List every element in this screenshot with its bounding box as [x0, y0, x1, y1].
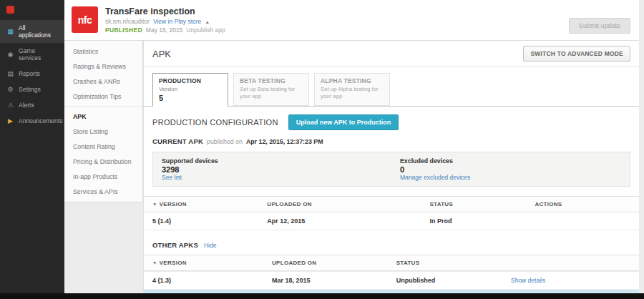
apk-channel-tabs: PRODUCTION Version 5 BETA TESTING Set up…: [144, 67, 639, 107]
app-header: nfc TransFare inspection sk.sm.nfcaudito…: [64, 0, 639, 41]
column-header-status[interactable]: STATUS: [396, 260, 511, 266]
alert-warning-icon: ⚠: [6, 102, 14, 109]
bottom-bar: [0, 293, 644, 299]
submit-update-button[interactable]: Submit update: [569, 18, 630, 34]
column-header-uploaded-on[interactable]: UPLOADED ON: [272, 260, 396, 266]
subnav-item-pricing-distribution[interactable]: Pricing & Distribution: [64, 154, 142, 169]
hide-link[interactable]: Hide: [204, 242, 216, 249]
table-header-row: ▼VERSION UPLOADED ON STATUS ACTIONS: [144, 196, 639, 212]
production-configuration-title: PRODUCTION CONFIGURATION: [152, 118, 278, 127]
apk-status: In Prod: [429, 217, 535, 225]
subnav-item-apk[interactable]: APK: [64, 109, 142, 124]
warning-icon: ▲: [205, 19, 210, 24]
app-subnav: Statistics Ratings & Reviews Crashes & A…: [64, 41, 143, 202]
published-status-badge: PUBLISHED: [105, 26, 142, 34]
subnav-item-services-apis[interactable]: Services & APIs: [64, 184, 142, 199]
body-row: Statistics Ratings & Reviews Crashes & A…: [64, 41, 639, 299]
current-apk-title: CURRENT APK: [152, 137, 203, 145]
apk-version: 5 (1.4): [152, 217, 267, 225]
app-meta: TransFare inspection sk.sm.nfcauditor Vi…: [105, 6, 225, 34]
table-header-row: ▼VERSION UPLOADED ON STATUS: [144, 255, 639, 271]
sidebar-item-all-applications[interactable]: ▦ All applications: [0, 20, 64, 43]
excluded-devices-cell: Excluded devices 0 Manage excluded devic…: [391, 152, 630, 186]
sidebar-item-reports[interactable]: ▤ Reports: [0, 66, 64, 82]
sidebar-item-label: Game services: [19, 47, 58, 62]
sidebar-item-label: Settings: [19, 86, 41, 93]
column-header-status[interactable]: STATUS: [429, 201, 535, 207]
announcements-icon: ▶: [6, 117, 14, 124]
see-list-link[interactable]: See list: [162, 174, 182, 181]
subnav-item-in-app-products[interactable]: In-app Products: [64, 169, 142, 184]
tab-beta-testing[interactable]: BETA TESTING Set up Beta testing for you…: [233, 73, 309, 106]
apk-row[interactable]: 4 (1.3) Mar 18, 2015 Unpublished Show de…: [144, 271, 639, 289]
current-apk-line: CURRENT APK published on Apr 12, 2015, 1…: [144, 136, 639, 152]
manage-excluded-devices-link[interactable]: Manage excluded devices: [400, 174, 470, 181]
subnav-item-crashes-anrs[interactable]: Crashes & ANRs: [64, 74, 142, 89]
sidebar-item-label: Alerts: [19, 102, 34, 109]
tab-description: Set up Alpha testing for your app: [321, 86, 384, 100]
sort-descending-icon: ▼: [152, 202, 157, 207]
current-apk-table: ▼VERSION UPLOADED ON STATUS ACTIONS 5 (1…: [144, 196, 639, 230]
other-apks-header: OTHER APKS Hide: [144, 230, 639, 255]
sidebar-item-label: All applications: [19, 24, 58, 39]
other-apks-title: OTHER APKS: [152, 241, 198, 249]
published-timestamp: Apr 12, 2015, 12:37:23 PM: [246, 138, 323, 145]
apk-page: APK SWITCH TO ADVANCED MODE PRODUCTION V…: [143, 41, 639, 299]
production-configuration-section: PRODUCTION CONFIGURATION Upload new APK …: [144, 107, 639, 299]
main-area: nfc TransFare inspection sk.sm.nfcaudito…: [64, 0, 644, 299]
app-title: TransFare inspection: [105, 6, 225, 16]
sidebar-item-announcements[interactable]: ▶ Announcements: [0, 113, 64, 129]
subnav-divider: [64, 106, 142, 107]
tab-production[interactable]: PRODUCTION Version 5: [152, 73, 228, 107]
nfc-app-logo: nfc: [72, 6, 98, 33]
supported-devices-label: Supported devices: [162, 157, 383, 165]
sidebar-item-settings[interactable]: ⚙ Settings: [0, 82, 64, 97]
nfc-logo-text: nfc: [78, 14, 92, 26]
column-header-empty: [511, 260, 630, 266]
excluded-devices-count: 0: [400, 165, 621, 174]
subnav-item-optimization-tips[interactable]: Optimization Tips: [64, 89, 142, 104]
excluded-devices-label: Excluded devices: [400, 157, 621, 165]
column-header-uploaded-on[interactable]: UPLOADED ON: [267, 201, 429, 207]
tab-alpha-testing[interactable]: ALPHA TESTING Set up Alpha testing for y…: [314, 73, 390, 106]
subnav-item-ratings-reviews[interactable]: Ratings & Reviews: [64, 59, 142, 74]
tab-label: ALPHA TESTING: [321, 77, 384, 84]
column-header-actions: ACTIONS: [535, 201, 630, 207]
sidebar-item-label: Reports: [19, 70, 40, 77]
other-apks-table: ▼VERSION UPLOADED ON STATUS 4 (1.3) Mar …: [144, 255, 639, 299]
sort-descending-icon: ▼: [152, 260, 157, 265]
tab-description: Set up Beta testing for your app: [240, 86, 303, 100]
switch-advanced-mode-button[interactable]: SWITCH TO ADVANCED MODE: [523, 46, 630, 62]
unpublish-app-link[interactable]: Unpublish app: [186, 26, 225, 34]
report-document-icon: ▤: [6, 70, 14, 77]
published-date: May 15, 2015: [146, 26, 183, 34]
tab-label: PRODUCTION: [159, 77, 222, 84]
page-header: APK SWITCH TO ADVANCED MODE: [144, 41, 639, 67]
column-header-version[interactable]: ▼VERSION: [152, 260, 272, 266]
apps-icon: ▦: [6, 28, 14, 35]
main-sidebar: ▦ All applications ◉ Game services ▤ Rep…: [0, 0, 64, 299]
sidebar-item-game-services[interactable]: ◉ Game services: [0, 43, 64, 66]
apk-action: [535, 217, 630, 225]
view-in-play-store-link[interactable]: View in Play store: [153, 18, 201, 25]
supported-devices-cell: Supported devices 3298 See list: [153, 152, 391, 186]
upload-apk-button[interactable]: Upload new APK to Production: [288, 114, 399, 130]
column-header-version[interactable]: ▼VERSION: [152, 201, 267, 207]
apk-uploaded-on: Apr 12, 2015: [267, 217, 429, 225]
subnav-item-content-rating[interactable]: Content Rating: [64, 139, 142, 154]
sidebar-item-label: Announcements: [19, 117, 62, 124]
apk-row[interactable]: 5 (1.4) Apr 12, 2015 In Prod: [144, 212, 639, 230]
tab-label: BETA TESTING: [240, 77, 303, 84]
production-version: 5: [159, 94, 222, 102]
subnav-item-store-listing[interactable]: Store Listing: [64, 124, 142, 139]
apk-status: Unpublished: [396, 277, 511, 284]
supported-devices-count: 3298: [162, 165, 383, 174]
page-title: APK: [152, 49, 171, 59]
devices-panel: Supported devices 3298 See list Excluded…: [152, 152, 630, 187]
subnav-item-statistics[interactable]: Statistics: [64, 44, 142, 59]
show-details-link[interactable]: Show details: [511, 277, 545, 284]
sidebar-item-alerts[interactable]: ⚠ Alerts: [0, 97, 64, 113]
developer-console: ▦ All applications ◉ Game services ▤ Rep…: [0, 0, 644, 299]
console-logo: [6, 6, 14, 14]
gear-icon: ⚙: [6, 86, 14, 93]
